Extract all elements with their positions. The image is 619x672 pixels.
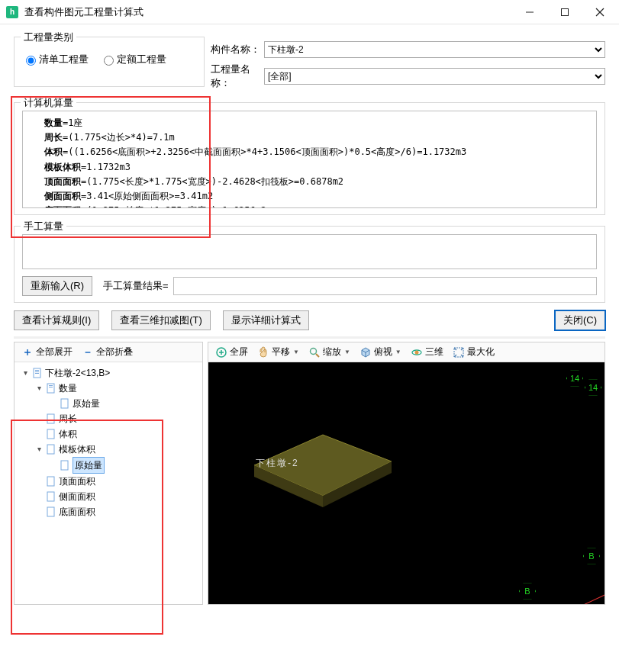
tree-node-qty-raw[interactable]: 原始量 <box>47 396 199 411</box>
close-button[interactable] <box>582 0 617 24</box>
tree-node-tplvol[interactable]: ▾ 模板体积 <box>33 442 199 457</box>
page-icon <box>46 444 56 455</box>
svg-rect-12 <box>47 414 54 423</box>
manual-result-field[interactable] <box>173 277 597 295</box>
category-fieldset: 工程量类别 清单工程量 定额工程量 <box>14 37 205 87</box>
tree-twisty-icon[interactable]: ▾ <box>34 381 44 396</box>
tree-node-top[interactable]: 顶面面积 <box>33 474 199 489</box>
calc-line: 体积=((1.6256<底面积>+2.3256<中截面面积>*4+3.1506<… <box>44 145 592 159</box>
component-name-select[interactable]: 下柱墩-2 <box>264 41 605 58</box>
tree-root[interactable]: ▾ 下柱墩-2<13,B> <box>19 365 199 381</box>
calc-line: 周长=(1.775<边长>*4)=7.1m <box>44 130 592 145</box>
reenter-button[interactable]: 重新输入(R) <box>22 276 92 296</box>
svg-rect-10 <box>49 387 53 387</box>
svg-rect-16 <box>47 477 54 486</box>
view-3d-deduct-button[interactable]: 查看三维扣减图(T) <box>111 310 211 330</box>
collapse-all-button[interactable]: － 全部折叠 <box>78 343 137 361</box>
window-title: 查看构件图元工程量计算式 <box>24 5 143 19</box>
svg-line-21 <box>316 354 319 357</box>
show-detail-button[interactable]: 显示详细计算式 <box>223 310 309 330</box>
viewport-panel: 全屏 平移 ▼ 缩放 ▼ 俯视 ▼ <box>208 342 605 605</box>
viewport-toolbar: 全屏 平移 ▼ 缩放 ▼ 俯视 ▼ <box>208 342 604 362</box>
pan-button[interactable]: 平移 ▼ <box>253 343 303 361</box>
tree-twisty-icon[interactable]: ▾ <box>21 365 30 381</box>
fullscreen-button[interactable]: 全屏 <box>211 343 252 361</box>
grid-badge: 14 <box>566 370 583 387</box>
app-icon: h <box>6 6 18 18</box>
fullscreen-icon <box>215 346 227 359</box>
page-icon <box>60 460 70 471</box>
list-qty-radio-input[interactable] <box>26 56 36 66</box>
3d-viewport[interactable]: 下柱墩-2 14 14 B B <box>208 362 604 604</box>
computer-calc-fieldset: 计算机算量 数量=1座 周长=(1.775<边长>*4)=7.1m 体积=((1… <box>14 102 605 215</box>
grid-badge: B <box>519 583 536 600</box>
expand-all-button[interactable]: ＋ 全部展开 <box>18 343 76 361</box>
manual-calc-legend: 手工算量 <box>21 220 66 233</box>
plus-icon: ＋ <box>21 346 34 359</box>
svg-rect-8 <box>47 384 54 393</box>
component-tree[interactable]: ▾ 下柱墩-2<13,B> ▾ 数量 <box>15 362 202 604</box>
category-legend: 工程量类别 <box>21 31 76 44</box>
maximize-button[interactable] <box>547 0 582 24</box>
tree-panel: ＋ 全部展开 － 全部折叠 ▾ 下柱墩-2<13,B> <box>14 342 203 605</box>
manual-calc-fieldset: 手工算量 重新输入(R) 手工算量结果= <box>14 226 605 303</box>
tree-selected-label: 原始量 <box>73 457 105 474</box>
page-icon <box>46 491 56 502</box>
svg-rect-13 <box>47 429 54 439</box>
expand-icon <box>453 346 465 359</box>
calc-line: 数量=1座 <box>44 116 592 130</box>
svg-rect-14 <box>47 445 54 454</box>
dropdown-caret-icon: ▼ <box>344 349 350 355</box>
dropdown-caret-icon: ▼ <box>293 349 299 355</box>
svg-rect-1 <box>562 8 569 15</box>
manual-calc-input[interactable] <box>22 234 597 269</box>
calc-line: 侧面面积=3.41<原始侧面面积>=3.41m2 <box>44 189 592 204</box>
svg-rect-15 <box>61 461 68 470</box>
tree-node-tplvol-raw[interactable]: 原始量 <box>47 457 199 474</box>
calc-line: 顶面面积=(1.775<长度>*1.775<宽度>)-2.4628<扣筏板>=0… <box>44 175 592 189</box>
top-view-button[interactable]: 俯视 ▼ <box>356 343 405 361</box>
page-icon <box>60 398 70 409</box>
qty-name-select[interactable]: [全部] <box>264 68 605 85</box>
page-icon <box>46 476 56 487</box>
3d-view-button[interactable]: 三维 <box>407 343 447 361</box>
cube-icon <box>359 346 372 359</box>
tree-node-side[interactable]: 侧面面积 <box>33 489 199 504</box>
close-dialog-button[interactable]: 关闭(C) <box>555 310 605 330</box>
zoom-button[interactable]: 缩放 ▼ <box>305 343 354 361</box>
quota-qty-radio[interactable]: 定额工程量 <box>100 53 166 66</box>
tree-twisty-icon[interactable]: ▾ <box>34 442 44 457</box>
page-icon <box>46 413 56 424</box>
calc-text-area[interactable]: 数量=1座 周长=(1.775<边长>*4)=7.1m 体积=((1.6256<… <box>22 111 597 208</box>
slab-label: 下柱墩-2 <box>256 457 299 470</box>
list-qty-radio[interactable]: 清单工程量 <box>22 53 89 66</box>
svg-rect-11 <box>61 399 68 408</box>
page-icon <box>46 506 56 517</box>
svg-rect-9 <box>49 385 53 386</box>
svg-rect-6 <box>35 371 39 372</box>
minus-icon: － <box>82 346 94 359</box>
page-icon <box>46 383 56 394</box>
quota-qty-radio-input[interactable] <box>104 56 114 66</box>
minimize-button[interactable] <box>512 0 547 24</box>
qty-name-label: 工程量名称： <box>211 63 264 90</box>
svg-point-23 <box>414 350 418 354</box>
grid-badge: 14 <box>585 379 601 396</box>
tree-node-qty[interactable]: ▾ 数量 <box>33 381 199 396</box>
component-name-label: 构件名称： <box>211 43 264 56</box>
calc-line: 模板体积=1.1732m3 <box>44 160 592 175</box>
grid-badge: B <box>583 548 600 564</box>
svg-rect-5 <box>35 370 39 371</box>
maximize-view-button[interactable]: 最大化 <box>449 343 498 361</box>
view-rule-button[interactable]: 查看计算规则(I) <box>14 310 99 330</box>
tree-node-vol[interactable]: 体积 <box>33 426 199 442</box>
tree-node-perim[interactable]: 周长 <box>33 411 199 426</box>
svg-rect-18 <box>47 507 54 516</box>
titlebar: h 查看构件图元工程量计算式 <box>0 0 619 24</box>
tree-node-bottom[interactable]: 底面面积 <box>33 504 199 519</box>
magnifier-icon <box>308 346 321 359</box>
tree-toolbar: ＋ 全部展开 － 全部折叠 <box>15 342 202 362</box>
svg-point-20 <box>310 348 316 354</box>
orbit-icon <box>411 346 423 359</box>
dropdown-caret-icon: ▼ <box>395 349 401 355</box>
